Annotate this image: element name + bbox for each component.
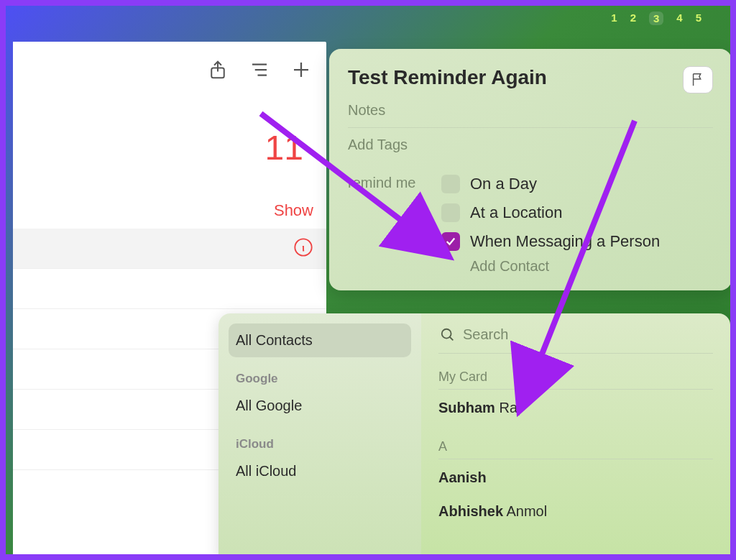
list-icon[interactable] bbox=[249, 59, 270, 81]
contact-name-rest: Raj bbox=[495, 400, 521, 416]
cal-day: 2 bbox=[630, 12, 636, 25]
contact-row[interactable]: Aanish bbox=[438, 459, 713, 493]
cal-day: 4 bbox=[676, 12, 682, 25]
contacts-sidebar: All Contacts Google All Google iCloud Al… bbox=[218, 313, 421, 559]
option-label: At a Location bbox=[470, 203, 562, 222]
notes-field[interactable]: Notes bbox=[348, 93, 713, 128]
search-field[interactable] bbox=[438, 323, 713, 354]
share-icon[interactable] bbox=[207, 59, 229, 81]
calendar-strip: 1 2 3 4 5 bbox=[611, 12, 702, 25]
cal-day-highlight: 3 bbox=[649, 12, 663, 25]
sidebar-section-icloud: iCloud bbox=[236, 437, 411, 451]
contact-my-card[interactable]: Subham Raj bbox=[438, 390, 713, 423]
checkbox-checked[interactable] bbox=[441, 232, 460, 251]
option-label: When Messaging a Person bbox=[470, 232, 660, 251]
search-icon bbox=[440, 327, 456, 343]
contact-name-bold: Abhishek bbox=[438, 503, 503, 519]
reminder-row[interactable] bbox=[13, 269, 326, 309]
option-label: On a Day bbox=[470, 175, 537, 193]
contacts-list-panel: My Card Subham Raj A Aanish Abhishek Anm… bbox=[421, 313, 730, 559]
contact-name-rest: Anmol bbox=[503, 503, 547, 519]
sidebar-item-all-google[interactable]: All Google bbox=[229, 389, 411, 423]
sidebar-section-google: Google bbox=[236, 372, 411, 386]
add-contact-link[interactable]: Add Contact bbox=[470, 258, 713, 275]
reminder-detail-popover: Test Reminder Again Notes Add Tags remin… bbox=[329, 49, 732, 290]
reminder-row-selected[interactable] bbox=[13, 229, 326, 269]
info-icon[interactable] bbox=[293, 237, 313, 257]
sidebar-item-all-icloud[interactable]: All iCloud bbox=[229, 454, 411, 488]
flag-button[interactable] bbox=[683, 66, 713, 93]
cal-day: 5 bbox=[696, 12, 702, 25]
tags-field[interactable]: Add Tags bbox=[348, 128, 713, 162]
toolbar bbox=[207, 59, 312, 81]
contact-name-bold: Subham bbox=[438, 400, 495, 416]
reminder-title[interactable]: Test Reminder Again bbox=[348, 66, 547, 89]
contact-name-bold: Aanish bbox=[438, 469, 487, 485]
section-my-card: My Card bbox=[438, 354, 713, 390]
cal-day: 1 bbox=[611, 12, 617, 25]
add-icon[interactable] bbox=[290, 59, 312, 81]
contacts-picker: All Contacts Google All Google iCloud Al… bbox=[218, 313, 730, 559]
remind-me-label: remind me bbox=[348, 175, 427, 275]
show-button[interactable]: Show bbox=[274, 201, 313, 220]
search-input[interactable] bbox=[463, 326, 712, 343]
section-a: A bbox=[438, 423, 713, 459]
checkbox-unchecked[interactable] bbox=[441, 203, 460, 222]
contact-row[interactable]: Abhishek Anmol bbox=[438, 493, 713, 527]
count-label: 11 bbox=[265, 128, 303, 167]
option-at-a-location[interactable]: At a Location bbox=[441, 203, 713, 222]
svg-point-2 bbox=[442, 329, 451, 338]
option-on-a-day[interactable]: On a Day bbox=[441, 175, 713, 193]
checkbox-unchecked[interactable] bbox=[441, 175, 460, 193]
sidebar-item-all-contacts[interactable]: All Contacts bbox=[229, 323, 411, 357]
option-when-messaging[interactable]: When Messaging a Person bbox=[441, 232, 713, 251]
